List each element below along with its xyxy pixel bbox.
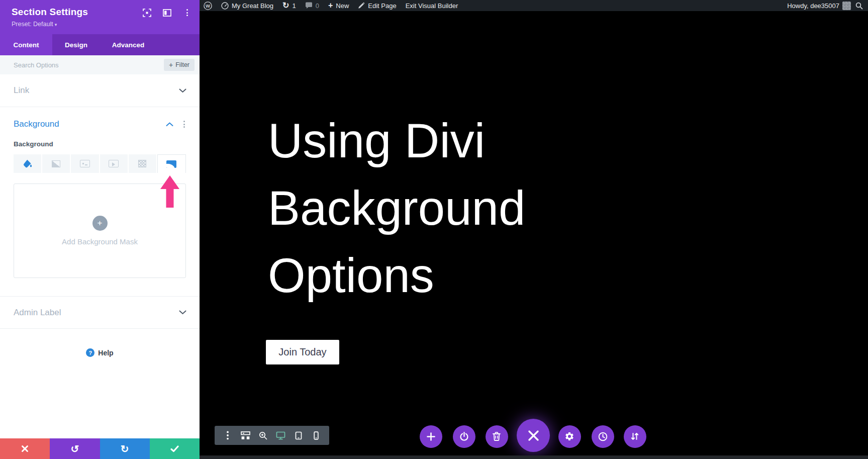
site-name: My Great Blog (232, 2, 273, 10)
panel-action-bar: ↺ ↻ (0, 438, 200, 459)
page-heading: Using Divi Background Options (268, 107, 525, 309)
question-glyph: ? (88, 350, 92, 356)
add-mask-plus-icon: + (92, 216, 108, 231)
page-fold-strip (200, 455, 868, 459)
howdy-menu[interactable]: Howdy, dee35007 (787, 2, 851, 10)
accordion-admin-label[interactable]: Admin Label (0, 296, 200, 329)
builder-canvas: W My Great Blog ↻ 1 0 + New Edit Page (200, 0, 868, 459)
help-label: Help (98, 349, 113, 357)
join-today-button[interactable]: Join Today (266, 340, 339, 364)
admin-label-section-title: Admin Label (14, 308, 61, 318)
tablet-view-icon[interactable] (293, 429, 305, 441)
redo-button[interactable]: ↻ (100, 438, 150, 459)
tab-content[interactable]: Content (0, 34, 52, 55)
undo-button[interactable]: ↺ (50, 438, 100, 459)
new-menu[interactable]: + New (328, 2, 349, 10)
spacer (0, 278, 200, 296)
help-button[interactable]: ? Help (0, 329, 200, 377)
section-settings-panel: Section Settings Preset: Default▾ Conten… (0, 0, 200, 459)
background-section-title[interactable]: Background (14, 119, 166, 129)
delete-button[interactable] (486, 425, 508, 448)
phone-view-icon[interactable] (310, 429, 322, 441)
desktop-view-icon[interactable] (275, 429, 287, 441)
comment-bubble-icon (305, 2, 313, 9)
save-to-library-button[interactable] (453, 425, 475, 448)
close-dock-button[interactable] (517, 419, 550, 452)
pencil-icon (358, 2, 365, 9)
background-section-header: Background (14, 119, 186, 129)
help-question-icon: ? (86, 348, 94, 357)
edit-page-menu[interactable]: Edit Page (358, 2, 396, 10)
update-count: 1 (293, 2, 296, 10)
comment-count: 0 (316, 2, 319, 10)
edit-page-label: Edit Page (368, 2, 396, 10)
dock-panel-icon[interactable] (162, 8, 171, 17)
admin-search-icon[interactable] (855, 2, 863, 10)
tab-design[interactable]: Design (52, 34, 100, 55)
new-label: New (336, 2, 349, 10)
up-down-arrows-icon (631, 432, 639, 441)
background-section: Background Background (0, 119, 200, 278)
comments-menu[interactable]: 0 (305, 2, 319, 10)
search-options-row: + Filter (0, 55, 200, 74)
redo-icon: ↻ (121, 444, 129, 454)
view-mode-toolbar (215, 426, 329, 445)
undo-icon: ↺ (70, 444, 79, 454)
page-settings-button[interactable] (558, 425, 581, 448)
mask-icon (166, 160, 176, 168)
heading-line: Using Divi (268, 107, 525, 174)
admin-bar-right: Howdy, dee35007 (787, 2, 863, 10)
wp-admin-bar: W My Great Blog ↻ 1 0 + New Edit Page (200, 0, 868, 11)
heading-line: Background (268, 174, 525, 242)
panel-header: Section Settings Preset: Default▾ (0, 0, 200, 34)
howdy-label: Howdy, dee35007 (787, 2, 839, 10)
link-section-title: Link (14, 85, 29, 96)
background-video-tab[interactable] (100, 154, 128, 173)
settings-tab-bar: Content Design Advanced (0, 34, 200, 55)
preset-label: Preset: Default (12, 21, 53, 28)
zoom-out-view-icon[interactable] (257, 429, 269, 441)
updates-menu[interactable]: ↻ 1 (282, 2, 296, 10)
exit-visual-builder-link[interactable]: Exit Visual Builder (406, 2, 458, 10)
chevron-down-icon (179, 88, 186, 93)
dashboard-gauge-icon (221, 2, 229, 10)
wireframe-view-icon[interactable] (239, 429, 251, 441)
expand-modal-icon[interactable] (142, 8, 151, 17)
site-menu[interactable]: My Great Blog (221, 2, 273, 10)
plus-glyph: + (98, 218, 103, 228)
svg-text:W: W (206, 3, 210, 9)
add-background-mask-area[interactable]: + Add Background Mask (14, 183, 186, 278)
panel-header-icons (142, 8, 191, 17)
background-color-tab[interactable] (14, 154, 41, 173)
heading-line: Options (268, 242, 525, 309)
history-button[interactable] (592, 425, 614, 448)
image-icon (80, 160, 90, 167)
video-icon (109, 160, 119, 167)
exit-visual-builder-label: Exit Visual Builder (406, 2, 458, 10)
portability-button[interactable] (624, 425, 646, 448)
plus-icon: + (169, 61, 173, 68)
preset-selector[interactable]: Preset: Default▾ (12, 21, 190, 28)
background-type-tabs (14, 154, 186, 173)
pattern-icon (138, 160, 146, 167)
add-section-button[interactable] (420, 425, 442, 448)
update-icon: ↻ (282, 2, 289, 10)
background-image-tab[interactable] (71, 154, 99, 173)
toolbar-menu-icon[interactable] (222, 429, 234, 441)
add-mask-label: Add Background Mask (62, 237, 138, 246)
background-options-menu-icon[interactable] (182, 120, 186, 129)
filter-button[interactable]: + Filter (164, 59, 195, 71)
clock-icon (598, 432, 608, 441)
wordpress-logo-icon[interactable]: W (204, 2, 212, 10)
background-pattern-tab[interactable] (129, 154, 156, 173)
chevron-up-icon[interactable] (166, 122, 173, 127)
panel-menu-icon[interactable] (182, 8, 191, 17)
discard-button[interactable] (0, 438, 50, 459)
tab-advanced[interactable]: Advanced (100, 34, 156, 55)
caret-down-icon: ▾ (55, 22, 57, 27)
search-input[interactable] (14, 61, 164, 69)
background-gradient-tab[interactable] (42, 154, 70, 173)
confirm-button[interactable] (150, 438, 200, 459)
background-mask-tab[interactable] (157, 154, 186, 173)
accordion-link[interactable]: Link (0, 74, 200, 107)
